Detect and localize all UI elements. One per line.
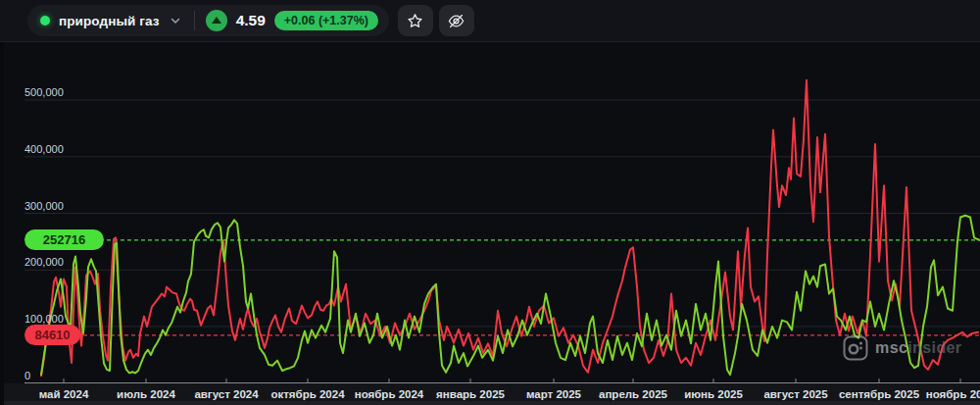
y-tick-label: 400,000 [24, 143, 64, 155]
series-line-red [41, 80, 978, 376]
window-bottom-edge [0, 401, 980, 405]
price-value: 4.59 [236, 12, 266, 29]
favorite-button[interactable] [398, 5, 433, 36]
x-tick-label: ноябрь 2025 [926, 388, 980, 400]
y-tick-label: 100,000 [24, 313, 64, 325]
price-direction-icon [206, 10, 227, 31]
x-tick-label: май 2024 [39, 388, 89, 400]
x-tick-label: август 2024 [194, 388, 259, 400]
y-tick-label: 300,000 [24, 200, 64, 212]
x-tick-label: октябрь 2024 [270, 388, 345, 400]
hide-button[interactable] [439, 5, 474, 36]
x-tick-label: январь 2025 [436, 388, 505, 400]
symbol-selector[interactable]: природный газ 4.59 +0.06 (+1.37%) [27, 5, 389, 36]
y-tick-label: 500,000 [24, 86, 64, 98]
y-tick-label: 0 [24, 370, 30, 381]
price-section: 4.59 +0.06 (+1.37%) [195, 10, 389, 31]
current-value-badge-red: 84610 [24, 325, 80, 345]
window-left-edge [0, 42, 4, 405]
x-tick-label: ноябрь 2024 [355, 388, 424, 400]
symbol-label: природный газ [59, 14, 160, 28]
eye-off-icon [447, 12, 466, 30]
y-tick-label: 200,000 [24, 256, 64, 268]
x-tick-label: июль 2024 [117, 388, 175, 400]
symbol-status-dot [40, 16, 50, 25]
symbol-section[interactable]: природный газ [27, 14, 194, 28]
x-tick-label: июнь 2025 [684, 388, 743, 400]
chevron-down-icon[interactable] [169, 14, 182, 27]
x-tick-label: март 2025 [526, 388, 582, 400]
x-tick-label: август 2025 [763, 388, 828, 400]
price-chart[interactable]: май 2024июль 2024август 2024октябрь 2024… [0, 42, 980, 405]
price-change-badge: +0.06 (+1.37%) [274, 11, 378, 31]
series-line-green [41, 216, 979, 375]
star-icon [406, 12, 424, 30]
x-tick-label: апрель 2025 [599, 388, 668, 400]
x-tick-label: сентябрь 2025 [839, 388, 920, 400]
current-value-badge-green: 252716 [24, 229, 104, 250]
chart-area[interactable]: май 2024июль 2024август 2024октябрь 2024… [0, 42, 980, 405]
chart-header: природный газ 4.59 +0.06 (+1.37%) [0, 0, 980, 42]
